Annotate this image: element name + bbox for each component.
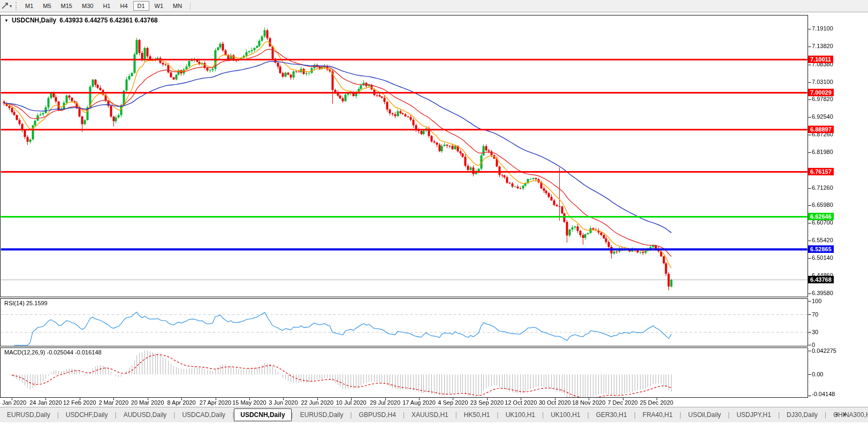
tab-hk50-h1[interactable]: HK50,H1 <box>457 409 497 421</box>
tab-uk100-h1[interactable]: UK100,H1 <box>544 409 587 421</box>
macd-axis-tick: 0.00 <box>812 371 823 377</box>
price-axis-tick: 6.71260 <box>812 184 833 191</box>
tab-scroll-right-icon[interactable]: ► <box>843 412 848 417</box>
timeframe-button-M30[interactable]: M30 <box>78 1 97 11</box>
tab-usdcad-daily[interactable]: USDCAD,Daily <box>175 409 232 421</box>
tab-eurusd-daily[interactable]: EURUSD,Daily <box>0 409 57 421</box>
tab-usdcnh-daily[interactable]: USDCNH,Daily <box>234 408 291 421</box>
toolbar-grip <box>16 2 17 10</box>
price-axis-tick: 6.55420 <box>812 237 833 243</box>
toolbar-separator <box>190 2 191 10</box>
rsi-name: RSI(14) <box>4 300 25 306</box>
hline-price-label: 7.10011 <box>808 56 833 63</box>
price-axis-tick: 7.03100 <box>812 79 833 85</box>
price-axis-tick: 7.13820 <box>812 43 833 49</box>
tab-dj30-daily[interactable]: DJ30,Daily <box>780 409 825 421</box>
tab-eurusd-daily[interactable]: EURUSD,Daily <box>293 409 351 421</box>
rsi-indicator-label: RSI(14) 25.1599 <box>4 300 48 306</box>
timeframe-button-MN[interactable]: MN <box>169 1 186 11</box>
macd-current-values: -0.025044 -0.016148 <box>47 349 101 356</box>
tab-usoil-daily[interactable]: USOil,Daily <box>681 409 728 421</box>
tab-gbpusd-h4[interactable]: GBPUSD,H4 <box>352 409 403 421</box>
timeframe-button-M1[interactable]: M1 <box>21 1 37 11</box>
timeframe-button-W1[interactable]: W1 <box>150 1 168 11</box>
trendline-tool-glyph <box>1 2 9 10</box>
price-axis-tick: 6.92540 <box>812 113 833 120</box>
price-axis-tick: 6.81980 <box>812 149 833 155</box>
terminal-window: ▾ M1M5M15M30H1H4D1W1MN ▼ USDCNH,Daily 6.… <box>0 0 868 425</box>
timeframe-buttons: M1M5M15M30H1H4D1W1MN <box>20 1 187 11</box>
price-axis-tick: 6.97820 <box>812 96 833 102</box>
collapse-triangle-icon[interactable]: ▼ <box>4 18 9 23</box>
hline-price-label: 7.00029 <box>808 89 834 96</box>
hline-price-label: 6.76157 <box>808 168 834 175</box>
tab-usdchf-daily[interactable]: USDCHF,Daily <box>59 409 115 421</box>
timeframe-button-H4[interactable]: H4 <box>116 1 132 11</box>
price-axis-tick: 6.50140 <box>812 254 833 261</box>
hline-price-label: 6.88897 <box>808 126 834 133</box>
timeframe-button-D1[interactable]: D1 <box>133 1 149 11</box>
tab-usdjpy-h1[interactable]: USDJPY,H1 <box>729 409 778 421</box>
price-axis-tick: 6.39580 <box>812 290 833 296</box>
macd-axis-tick: -0.04148 <box>812 391 835 397</box>
price-axis-tick: 7.19100 <box>812 25 833 32</box>
macd-indicator-label: MACD(12,26,9) -0.025044 -0.016148 <box>4 349 102 356</box>
timeframe-button-M5[interactable]: M5 <box>39 1 55 11</box>
chart-canvas[interactable] <box>0 0 868 425</box>
chart-symbol-label: USDCNH,Daily <box>12 17 56 24</box>
tab-audusd-daily[interactable]: AUDUSD,Daily <box>117 409 174 421</box>
tab-uk100-h1[interactable]: UK100,H1 <box>499 409 542 421</box>
tab-xauusd-h1[interactable]: XAUUSD,H1 <box>405 409 455 421</box>
timeframe-button-M15[interactable]: M15 <box>57 1 77 11</box>
trendline-tool-icon[interactable]: ▾ <box>1 2 12 10</box>
macd-name: MACD(12,26,9) <box>4 349 45 356</box>
timeframe-button-H1[interactable]: H1 <box>98 1 115 11</box>
rsi-axis-tick: 100 <box>812 298 821 304</box>
dropdown-caret-icon: ▾ <box>10 4 12 9</box>
current-price-label: 6.43768 <box>808 276 834 283</box>
chart-title: ▼ USDCNH,Daily 6.43933 6.44275 6.42361 6… <box>4 17 158 24</box>
tab-fra40-h1[interactable]: FRA40,H1 <box>636 409 680 421</box>
timeframe-toolbar: ▾ M1M5M15M30H1H4D1W1MN <box>0 0 868 12</box>
rsi-axis-tick: 70 <box>812 311 818 318</box>
macd-axis-tick: 0.042275 <box>812 347 836 354</box>
tab-scroll-arrows: ◄ ► <box>834 407 848 422</box>
tab-ger30-h1[interactable]: GER30,H1 <box>589 409 634 421</box>
chart-ohlc-values: 6.43933 6.44275 6.42361 6.43768 <box>59 17 158 24</box>
hline-price-label: 6.52865 <box>808 245 834 253</box>
hline-price-label: 6.62646 <box>808 213 834 220</box>
rsi-current-value: 25.1599 <box>26 300 48 306</box>
chart-tab-bar: EURUSD,Daily|USDCHF,Daily|AUDUSD,Daily|U… <box>0 407 868 422</box>
price-axis-tick: 6.65980 <box>812 202 833 208</box>
rsi-axis-tick: 30 <box>812 329 818 335</box>
tab-scroll-left-icon[interactable]: ◄ <box>834 412 839 417</box>
date-axis-label: 25 Dec 2020 <box>635 399 678 406</box>
